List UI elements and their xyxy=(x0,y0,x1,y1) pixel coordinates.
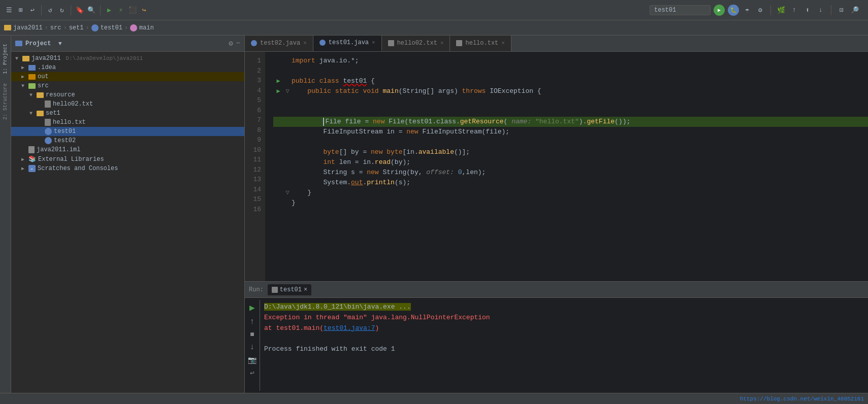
run-button[interactable]: ▶ xyxy=(714,5,725,16)
run-tab-test01[interactable]: test01 × xyxy=(268,284,311,295)
run-config-input[interactable]: test01 xyxy=(650,5,711,15)
toolbar-icon-vcs[interactable]: 🌿 xyxy=(776,5,786,15)
tree-set1-arrow: ▼ xyxy=(29,111,35,116)
toolbar-icon-undo[interactable]: ↺ xyxy=(45,5,55,15)
output-line-blank xyxy=(264,333,864,344)
run-down-btn[interactable]: ↓ xyxy=(250,343,255,352)
code-text-14: } xyxy=(292,188,311,198)
tree-idea[interactable]: ▶ .idea xyxy=(11,63,244,72)
tree-out[interactable]: ▶ out xyxy=(11,72,244,81)
toolbar-icon-commit[interactable]: ↑ xyxy=(789,5,799,15)
tab-test01[interactable]: test01.java × xyxy=(313,36,382,51)
tree-hello-txt-icon xyxy=(45,119,51,126)
toolbar-icon-grid[interactable]: ⊞ xyxy=(16,5,26,15)
toolbar-icon-search2[interactable]: 🔎 xyxy=(850,5,860,15)
run-sidebar: ▶ ↑ ■ ↓ 📷 ↩ xyxy=(245,300,260,391)
tab-test02[interactable]: test02.java × xyxy=(245,36,313,51)
toolbar-icon-green2[interactable]: ⚡ xyxy=(116,5,126,15)
tab-hello[interactable]: hello.txt × xyxy=(450,36,511,51)
code-text-9 xyxy=(292,137,296,147)
run-stop-btn[interactable]: ■ xyxy=(250,330,254,339)
tree-out-icon xyxy=(28,74,36,80)
breadcrumb-set1-label: set1 xyxy=(69,24,84,31)
status-url[interactable]: https://blog.csdn.net/weixin_48052161 xyxy=(740,396,864,402)
code-line-9 xyxy=(273,137,868,147)
run-up-btn[interactable]: ↑ xyxy=(250,317,255,326)
tree-hello-txt[interactable]: ▶ hello.txt xyxy=(11,118,244,127)
toolbar-icon-redo[interactable]: ↻ xyxy=(57,5,67,15)
tree-hello-txt-label: hello.txt xyxy=(53,119,86,126)
tree-src-label: src xyxy=(38,82,49,89)
toolbar-icon-back[interactable]: ↩ xyxy=(27,5,38,15)
code-line-5 xyxy=(273,96,868,107)
run-arrow-4: ▶ xyxy=(276,87,280,96)
tree-src[interactable]: ▼ src xyxy=(11,81,244,90)
debug-button[interactable]: 🐛 xyxy=(728,5,739,16)
toolbar-icon-coverage[interactable]: ☂ xyxy=(742,5,752,15)
tree-hello02[interactable]: ▶ hello02.txt xyxy=(11,99,244,109)
code-line-6 xyxy=(273,107,868,117)
project-collapse-icon[interactable]: − xyxy=(236,39,240,48)
breadcrumb-file[interactable]: test01 xyxy=(91,24,122,31)
project-panel-header: Project ▼ ⚙ − xyxy=(11,36,244,52)
run-arrow-3: ▶ xyxy=(276,77,280,86)
breadcrumb-src[interactable]: src xyxy=(50,24,61,31)
tab-test02-icon xyxy=(251,40,257,46)
side-tab-structure[interactable]: 2: Structure xyxy=(2,79,9,124)
toolbar-icon-orange[interactable]: ↪ xyxy=(139,5,149,15)
code-text-1: import java.io.*; xyxy=(292,56,359,66)
code-line-15: } xyxy=(273,198,868,208)
tab-test02-close[interactable]: × xyxy=(303,40,307,46)
breadcrumb-set1[interactable]: set1 xyxy=(69,24,84,31)
code-editor[interactable]: 123456 789101112 13141516 import java.io… xyxy=(245,52,868,281)
tree-root[interactable]: ▼ java2011 D:\JavaDevelop\java2011 xyxy=(11,54,244,63)
code-content[interactable]: import java.io.*; ▶ public class test01 … xyxy=(265,52,868,281)
tab-test01-close[interactable]: × xyxy=(372,40,375,46)
tab-hello02-close[interactable]: × xyxy=(440,40,444,46)
toolbar-icon-search[interactable]: 🔍 xyxy=(86,5,97,15)
project-settings-gear[interactable]: ⚙ xyxy=(229,39,233,48)
tree-root-label: java2011 xyxy=(31,55,61,62)
tree-scratches[interactable]: ▶ ✏ Scratches and Consoles xyxy=(11,164,244,173)
tree-iml[interactable]: ▶ java2011.iml xyxy=(11,145,244,154)
breadcrumb-file-label: test01 xyxy=(101,24,122,31)
breadcrumb-method[interactable]: main xyxy=(130,24,154,31)
toolbar-icon-green1[interactable]: ▶ xyxy=(104,5,114,15)
breadcrumb-project[interactable]: java2011 xyxy=(4,24,43,31)
code-text-8: FileInputStream in = new FileInputStream… xyxy=(292,127,509,137)
project-header-icons: ⚙ − xyxy=(229,39,240,48)
side-tab-project[interactable]: 1: Project xyxy=(2,40,9,78)
toolbar-icon-push[interactable]: ⬆ xyxy=(802,5,813,15)
run-play-btn[interactable]: ▶ xyxy=(249,302,255,313)
tree-test02[interactable]: ▶ test02 xyxy=(11,136,244,145)
toolbar-icon-bookmark[interactable]: 🔖 xyxy=(75,5,85,15)
tree-idea-arrow: ▶ xyxy=(21,64,26,71)
tree-root-path: D:\JavaDevelop\java2011 xyxy=(66,55,143,61)
project-dropdown-icon[interactable]: ▼ xyxy=(55,39,65,49)
tab-hello-close[interactable]: × xyxy=(501,40,505,46)
code-line-4: ▶ ▽ public static void main(String[] arg… xyxy=(273,86,868,96)
breadcrumb-src-label: src xyxy=(50,24,61,31)
run-camera-btn[interactable]: 📷 xyxy=(248,356,256,364)
tree-test01-icon xyxy=(45,128,52,135)
toolbar-icon-update[interactable]: ↓ xyxy=(816,5,826,15)
tab-hello02[interactable]: hello02.txt × xyxy=(382,36,451,51)
editor-tabs: test02.java × test01.java × hello02.txt … xyxy=(245,36,868,52)
tree-test01[interactable]: ▶ test01 xyxy=(11,127,244,136)
run-tab-close[interactable]: × xyxy=(304,286,307,293)
output-at-suffix: ) xyxy=(375,324,379,332)
output-error-text: Exception in thread "main" java.lang.Nul… xyxy=(264,314,490,321)
run-wrap-btn[interactable]: ↩ xyxy=(250,368,254,377)
output-line-cmd: D:\Java\jdk1.8.0_121\bin\java.exe ... xyxy=(264,302,864,313)
run-controls: test01 ▶ 🐛 ☂ ⚙ 🌿 ↑ ⬆ ↓ ⊡ 🔎 xyxy=(650,5,860,16)
run-panel-content: ▶ ↑ ■ ↓ 📷 ↩ D:\Java\jdk1.8.0_121\bin\jav… xyxy=(245,298,868,393)
toolbar-icon-settings[interactable]: ⚙ xyxy=(755,5,765,15)
run-tab-icon xyxy=(272,287,278,293)
output-at-link[interactable]: test01.java:7 xyxy=(324,324,375,332)
toolbar-icon-red[interactable]: ⬛ xyxy=(127,5,138,15)
toolbar-icon-terminal[interactable]: ⊡ xyxy=(837,5,847,15)
tree-set1[interactable]: ▼ set1 xyxy=(11,109,244,118)
tree-ext-libs[interactable]: ▶ 📚 External Libraries xyxy=(11,154,244,164)
toolbar-icon-menu[interactable]: ☰ xyxy=(4,5,14,15)
tree-resource[interactable]: ▼ resource xyxy=(11,90,244,99)
